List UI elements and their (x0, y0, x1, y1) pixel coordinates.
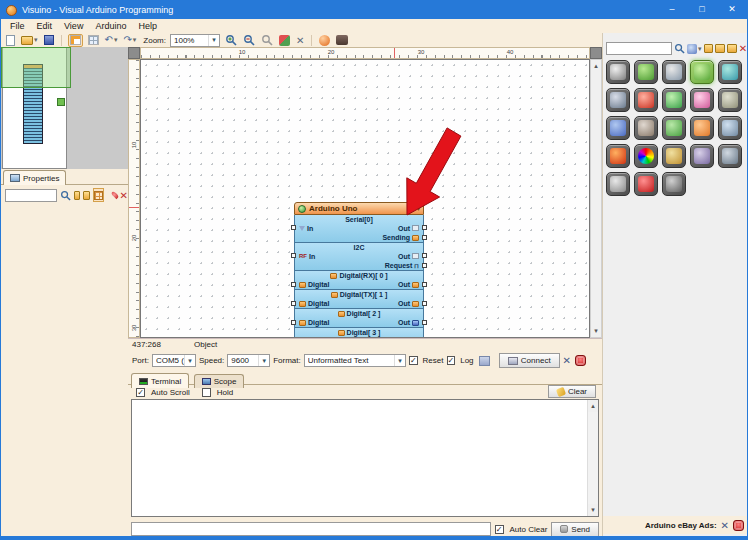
port-select[interactable]: COM5 ( ▾ (152, 354, 196, 367)
collapse-all-button[interactable] (83, 191, 89, 200)
pin[interactable] (291, 282, 296, 287)
pin[interactable] (422, 253, 427, 258)
send-button[interactable]: Send (551, 522, 599, 537)
redo-button[interactable]: ↷▾ (122, 34, 137, 47)
clear-filter-button[interactable]: ✕ (120, 190, 128, 201)
zoom-out-button[interactable] (242, 34, 256, 47)
undo-button[interactable]: ↶▾ (104, 34, 119, 47)
tab-terminal[interactable]: Terminal (131, 373, 189, 388)
send-input[interactable] (131, 522, 491, 536)
minimap-selection-handle[interactable] (57, 98, 65, 106)
pin[interactable] (291, 301, 296, 306)
pin[interactable] (422, 225, 427, 230)
palette-button-tools[interactable] (606, 60, 630, 84)
camera-button[interactable] (335, 34, 349, 47)
palette-button-hand-tools[interactable] (690, 116, 714, 140)
speed-select[interactable]: 9600 ▾ (227, 354, 270, 367)
properties-filter-input[interactable] (5, 189, 57, 202)
log-file-button[interactable] (479, 356, 490, 366)
palette-button-vehicles[interactable] (606, 88, 630, 112)
canvas-vertical-scrollbar[interactable]: ▴ ▾ (590, 59, 602, 338)
palette-button-digits[interactable] (718, 60, 742, 84)
menu-file[interactable]: File (4, 19, 31, 33)
ads-tools-button[interactable]: ✕ (721, 520, 729, 531)
pin[interactable] (422, 235, 427, 240)
menu-view[interactable]: View (58, 19, 89, 33)
palette-button-keyboards[interactable] (662, 60, 686, 84)
connect-button[interactable]: Connect (499, 353, 560, 368)
open-category-button[interactable] (727, 44, 737, 53)
open-dropdown-arrow-icon[interactable]: ▾ (34, 36, 38, 44)
search-button[interactable] (674, 43, 685, 54)
palette-button-files[interactable] (606, 172, 630, 196)
ruler-scroll-right-button[interactable] (590, 47, 602, 59)
palette-button-time[interactable] (662, 144, 686, 168)
palette-button-power[interactable] (634, 172, 658, 196)
collapse-arrow-icon[interactable]: ▾ (417, 205, 420, 212)
refresh-components-button[interactable] (278, 34, 291, 47)
category-view-toggle[interactable] (93, 188, 104, 202)
palette-button-plumbing[interactable] (718, 144, 742, 168)
help-sphere-button[interactable] (318, 34, 331, 47)
port-dropdown-arrow-icon[interactable]: ▾ (184, 355, 195, 366)
minimap-viewport[interactable] (1, 47, 71, 88)
component-header[interactable]: Arduino Uno ⚒ ▾ (294, 202, 424, 215)
properties-search-button[interactable] (60, 190, 71, 201)
scroll-up-icon[interactable]: ▴ (588, 400, 598, 412)
scroll-up-icon[interactable]: ▴ (591, 60, 601, 72)
close-button[interactable]: ✕ (717, 1, 747, 19)
power-button[interactable] (575, 355, 586, 366)
zoom-reset-button[interactable] (260, 34, 274, 47)
palette-button-color[interactable] (634, 144, 658, 168)
zoom-dropdown-arrow-icon[interactable]: ▾ (208, 35, 219, 46)
minimize-button[interactable]: – (657, 1, 687, 19)
design-canvas[interactable]: Arduino Uno ⚒ ▾ Serial[0] In Out (140, 59, 590, 338)
new-project-button[interactable] (5, 34, 16, 47)
expand-all-button[interactable] (74, 191, 80, 200)
pin[interactable] (291, 253, 296, 258)
open-project-button[interactable]: ▾ (20, 34, 39, 47)
pin[interactable] (422, 282, 427, 287)
maximize-button[interactable]: □ (687, 1, 717, 19)
component-search-input[interactable] (606, 42, 672, 55)
tab-properties[interactable]: Properties (3, 170, 66, 185)
palette-button-home[interactable] (634, 116, 658, 140)
menu-help[interactable]: Help (132, 19, 163, 33)
format-select[interactable]: Unformatted Text ▾ (304, 354, 406, 367)
reset-checkbox[interactable]: ✓ (409, 356, 418, 365)
menu-arduino[interactable]: Arduino (89, 19, 132, 33)
palette-button-text[interactable] (634, 88, 658, 112)
clear-button[interactable]: Clear (548, 385, 596, 398)
zoom-in-button[interactable] (224, 34, 238, 47)
palette-button-gamepads[interactable] (662, 172, 686, 196)
expand-categories-button[interactable] (704, 44, 714, 53)
delete-button[interactable]: ✕ (295, 34, 305, 47)
palette-button-curves[interactable] (606, 116, 630, 140)
pin-icon[interactable] (110, 191, 118, 199)
filter-button[interactable]: ▾ (687, 44, 702, 54)
palette-button-memory[interactable] (690, 144, 714, 168)
palette-button-containers[interactable] (718, 88, 742, 112)
speed-dropdown-arrow-icon[interactable]: ▾ (258, 355, 269, 366)
arduino-uno-component[interactable]: Arduino Uno ⚒ ▾ Serial[0] In Out (294, 202, 424, 338)
scroll-down-icon[interactable]: ▾ (588, 504, 598, 516)
palette-button-connections[interactable] (690, 60, 714, 84)
toggle-grid-button[interactable] (87, 34, 100, 47)
terminal-scrollbar[interactable]: ▴ ▾ (587, 400, 598, 516)
log-checkbox[interactable]: ✓ (447, 356, 456, 365)
filter-dropdown-arrow-icon[interactable]: ▾ (698, 45, 702, 53)
collapse-categories-button[interactable] (715, 44, 725, 53)
tools-button[interactable]: ✕ (563, 355, 571, 366)
clear-search-button[interactable]: ✕ (739, 43, 747, 54)
ads-power-button[interactable] (733, 520, 744, 531)
palette-button-communication[interactable] (718, 116, 742, 140)
ruler-scroll-left-button[interactable] (128, 47, 140, 59)
palette-button-math[interactable] (662, 88, 686, 112)
hold-checkbox[interactable] (202, 388, 211, 397)
wrench-icon[interactable]: ⚒ (407, 205, 414, 213)
toggle-layout-button[interactable] (68, 34, 83, 47)
terminal-output[interactable]: ▴ ▾ (131, 399, 599, 517)
pin[interactable] (291, 225, 296, 230)
undo-dropdown-arrow-icon[interactable]: ▾ (114, 36, 118, 44)
minimap[interactable] (1, 47, 128, 169)
